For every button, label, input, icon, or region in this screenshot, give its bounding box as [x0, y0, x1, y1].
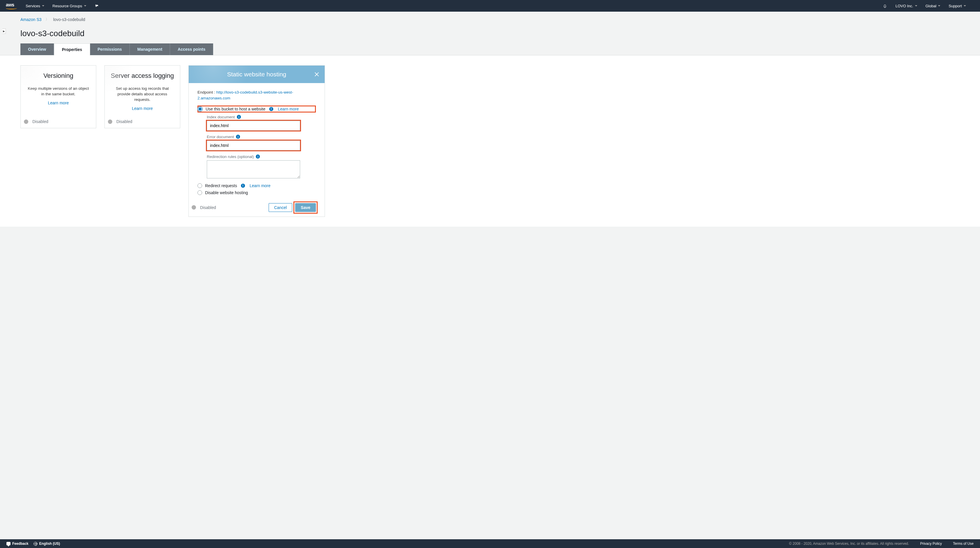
radio-disable-hosting[interactable]: Disable website hosting [197, 191, 316, 195]
error-document-input[interactable] [207, 140, 300, 151]
chevron-down-icon [938, 5, 940, 6]
top-navbar: aws Services Resource Groups LOVO Inc. G… [0, 0, 980, 12]
page-title: lovo-s3-codebuild [21, 29, 974, 38]
radio-host-website[interactable]: Use this bucket to host a website i Lear… [197, 105, 316, 113]
breadcrumb-root[interactable]: Amazon S3 [21, 17, 41, 22]
status-dot-icon [24, 119, 28, 124]
tab-access-points[interactable]: Access points [170, 43, 213, 55]
endpoint-label: Endpoint : [197, 90, 215, 94]
nav-region[interactable]: Global [926, 4, 940, 8]
redirection-rules-block: Redirection rules (optional) i [207, 154, 316, 179]
card-static-website-hosting: Static website hosting Endpoint : http:/… [188, 65, 325, 217]
nav-resource-groups[interactable]: Resource Groups [52, 4, 86, 8]
side-panel-toggle[interactable]: ▶ [2, 29, 6, 34]
info-icon[interactable]: i [256, 154, 260, 159]
radio-selected-icon [197, 106, 203, 112]
index-document-label: Index document i [207, 115, 316, 119]
index-document-label-text: Index document [207, 115, 235, 119]
breadcrumb-current: lovo-s3-codebuild [53, 17, 85, 22]
nav-resource-groups-label: Resource Groups [52, 4, 82, 8]
error-document-label: Error document i [207, 135, 316, 139]
tabs: Overview Properties Permissions Manageme… [0, 43, 980, 56]
chevron-down-icon [84, 5, 86, 6]
hosting-header: Static website hosting [189, 65, 325, 83]
hosting-footer: Disabled Cancel Save [197, 203, 316, 212]
radio-unselected-icon [197, 191, 202, 195]
card-logging-desc: Set up access log records that provide d… [111, 86, 174, 103]
status-text: Disabled [32, 119, 48, 124]
nav-account[interactable]: LOVO Inc. [896, 4, 917, 8]
radio-host-learn-more[interactable]: Learn more [278, 107, 299, 111]
tab-permissions[interactable]: Permissions [90, 43, 130, 55]
aws-logo-text: aws [6, 2, 14, 7]
nav-account-label: LOVO Inc. [896, 4, 913, 8]
radio-disable-label: Disable website hosting [205, 191, 248, 195]
info-icon[interactable]: i [236, 135, 240, 139]
cancel-button[interactable]: Cancel [269, 203, 293, 212]
redirection-rules-label-text: Redirection rules (optional) [207, 154, 254, 159]
radio-redirect-requests[interactable]: Redirect requests i Learn more [197, 183, 316, 188]
card-logging[interactable]: Server access logging Set up access log … [104, 65, 180, 128]
save-button-highlight: Save [295, 203, 316, 212]
tab-overview[interactable]: Overview [21, 43, 54, 55]
card-logging-learn-more[interactable]: Learn more [132, 106, 153, 111]
card-bg-decoration [21, 65, 56, 103]
aws-logo[interactable]: aws [6, 2, 17, 10]
content-area: Versioning Keep multiple versions of an … [0, 56, 980, 227]
card-logging-title: Server access logging [111, 72, 174, 79]
card-logging-status: Disabled [108, 119, 132, 124]
radio-unselected-icon [197, 183, 202, 188]
status-dot-icon [108, 119, 112, 124]
chevron-down-icon [915, 5, 917, 6]
close-icon[interactable] [314, 72, 320, 77]
chevron-down-icon [964, 5, 966, 6]
save-button[interactable]: Save [295, 203, 316, 212]
card-versioning-title: Versioning [27, 72, 90, 79]
page-title-wrap: lovo-s3-codebuild [0, 25, 980, 43]
redirection-rules-label: Redirection rules (optional) i [207, 154, 316, 159]
nav-services-label: Services [25, 4, 40, 8]
status-text: Disabled [116, 119, 132, 124]
info-icon[interactable]: i [241, 184, 245, 188]
radio-host-website-label: Use this bucket to host a website [205, 107, 266, 111]
hosting-title: Static website hosting [227, 71, 286, 78]
card-versioning-status: Disabled [24, 119, 48, 124]
index-document-input[interactable] [207, 121, 300, 130]
hosting-body: Endpoint : http://lovo-s3-codebuild.s3-w… [189, 83, 325, 217]
nav-services[interactable]: Services [25, 4, 45, 8]
chevron-down-icon [42, 5, 45, 6]
notifications-bell-icon[interactable] [883, 3, 887, 8]
radio-redirect-learn-more[interactable]: Learn more [250, 183, 270, 188]
info-icon[interactable]: i [269, 107, 273, 111]
nav-support-label: Support [948, 4, 962, 8]
tab-properties[interactable]: Properties [54, 43, 90, 56]
index-document-block: Index document i [207, 115, 316, 130]
pin-icon[interactable] [94, 4, 99, 8]
breadcrumb: Amazon S3 〉 lovo-s3-codebuild [0, 12, 980, 25]
redirection-rules-textarea[interactable] [207, 160, 300, 178]
aws-swoosh-icon [6, 7, 17, 10]
info-icon[interactable]: i [237, 115, 241, 119]
breadcrumb-separator-icon: 〉 [46, 17, 49, 22]
card-versioning[interactable]: Versioning Keep multiple versions of an … [21, 65, 96, 128]
card-versioning-desc: Keep multiple versions of an object in t… [27, 86, 90, 97]
nav-support[interactable]: Support [948, 4, 966, 8]
error-document-block: Error document i [207, 135, 316, 151]
card-versioning-learn-more[interactable]: Learn more [48, 100, 69, 105]
nav-region-label: Global [926, 4, 937, 8]
status-dot-icon [192, 205, 196, 210]
tab-management[interactable]: Management [130, 43, 170, 55]
radio-redirect-label: Redirect requests [205, 183, 237, 188]
error-document-label-text: Error document [207, 135, 234, 139]
endpoint-row: Endpoint : http://lovo-s3-codebuild.s3-w… [197, 89, 316, 102]
hosting-status-text: Disabled [200, 205, 269, 210]
